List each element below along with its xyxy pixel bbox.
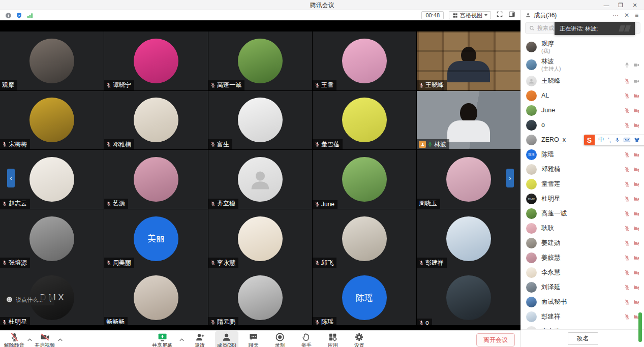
video-options-chevron-icon[interactable] <box>57 333 63 346</box>
layout-view-selector[interactable]: 宫格视图 <box>449 11 491 19</box>
scrollbar-thumb[interactable] <box>638 312 642 342</box>
sogou-logo-icon[interactable]: S <box>584 135 595 145</box>
member-row[interactable]: DMX杜明星 <box>521 192 644 206</box>
member-row[interactable]: 彭建祥 <box>521 309 644 324</box>
member-mic-on-icon[interactable] <box>624 62 630 68</box>
ime-voice-icon[interactable] <box>615 137 620 143</box>
prev-page-arrow[interactable]: ‹ <box>7 169 15 187</box>
member-camera-off-icon[interactable] <box>633 181 639 187</box>
toolbar-video-button[interactable]: 开启视频 <box>33 331 57 347</box>
member-mic-muted-icon[interactable] <box>624 93 630 99</box>
member-mic-muted-icon[interactable] <box>624 314 630 320</box>
member-camera-off-icon[interactable] <box>633 93 639 99</box>
member-mic-muted-icon[interactable] <box>624 240 630 246</box>
toolbar-settings-button[interactable]: 设置 <box>348 331 371 347</box>
video-tile[interactable]: 齐立稳 <box>208 150 312 209</box>
video-tile[interactable]: 赵志云 <box>0 150 104 209</box>
video-tile[interactable]: 王雪 <box>313 31 416 90</box>
member-camera-off-icon[interactable] <box>633 270 639 276</box>
video-tile[interactable]: o <box>417 268 520 325</box>
member-mic-muted-icon[interactable] <box>624 196 630 202</box>
emoji-icon[interactable] <box>6 296 13 305</box>
member-row[interactable]: 齐立稳 <box>521 324 644 329</box>
ime-skin-icon[interactable] <box>634 137 640 143</box>
meeting-info-icon[interactable] <box>5 12 12 19</box>
toolbar-hand-button[interactable]: 举手 <box>295 331 318 347</box>
member-row[interactable]: 姜姣慧 <box>521 250 644 265</box>
video-tile[interactable]: 邓雅楠 <box>104 91 208 150</box>
toolbar-members-button[interactable]: 成员(36) <box>215 331 238 347</box>
video-tile[interactable]: 陈瑶陈瑶 <box>313 268 416 325</box>
member-camera-off-icon[interactable] <box>633 255 639 261</box>
video-tile[interactable]: 隋元鹏 <box>208 268 312 325</box>
member-camera-off-icon[interactable] <box>633 211 639 217</box>
member-mic-muted-icon[interactable] <box>624 181 630 187</box>
video-tile[interactable]: 谭晓宁 <box>104 31 208 90</box>
panel-menu-icon[interactable]: ≡ <box>633 12 640 19</box>
member-camera-on-icon[interactable] <box>633 62 639 68</box>
member-camera-on-icon[interactable] <box>633 78 639 84</box>
member-row[interactable]: AL <box>521 88 644 103</box>
member-row[interactable]: 林波(主持人) <box>521 56 644 74</box>
mute-options-chevron-icon[interactable] <box>26 333 33 346</box>
video-tile[interactable]: 艺源 <box>104 150 208 209</box>
side-panel-toggle-icon[interactable] <box>508 11 515 20</box>
security-shield-icon[interactable] <box>16 12 22 19</box>
member-row[interactable]: 李永慧 <box>521 265 644 280</box>
member-row[interactable]: June <box>521 103 644 118</box>
member-mic-muted-icon[interactable] <box>624 167 630 172</box>
toolbar-chat-button[interactable]: 聊天 <box>242 331 265 347</box>
network-signal-icon[interactable] <box>26 12 34 19</box>
video-tile[interactable]: 宋梅梅 <box>0 91 104 150</box>
restore-button[interactable]: ❐ <box>614 0 628 10</box>
member-mic-muted-icon[interactable] <box>624 78 630 84</box>
video-tile[interactable]: 王晓峰 <box>417 31 520 90</box>
member-row[interactable]: 邓雅楠 <box>521 162 644 177</box>
video-tile[interactable]: 周晓玉 <box>417 150 520 209</box>
member-camera-off-icon[interactable] <box>633 108 639 114</box>
member-mic-muted-icon[interactable] <box>624 285 630 290</box>
member-mic-muted-icon[interactable] <box>624 255 630 261</box>
toolbar-mute-button[interactable]: 解除静音 <box>2 331 26 347</box>
member-camera-off-icon[interactable] <box>633 122 639 129</box>
fullscreen-icon[interactable] <box>496 11 503 20</box>
member-mic-muted-icon[interactable] <box>624 152 630 157</box>
member-row[interactable]: 童雪莲 <box>521 177 644 192</box>
ime-keyboard-icon[interactable] <box>624 137 630 143</box>
member-row[interactable]: 陈瑶陈瑶 <box>521 147 644 162</box>
rename-button[interactable]: 改名 <box>568 332 598 345</box>
ime-punctuation-icon[interactable]: ’, <box>608 137 611 144</box>
panel-close-icon[interactable]: ✕ <box>623 12 631 19</box>
member-row[interactable]: 观摩(我) <box>521 38 644 56</box>
video-tile[interactable]: 董雪莲 <box>313 91 416 150</box>
member-camera-off-icon[interactable] <box>633 285 639 291</box>
panel-more-icon[interactable]: ··· <box>611 12 620 19</box>
video-tile[interactable]: 观摩 <box>0 31 104 90</box>
member-camera-off-icon[interactable] <box>633 299 639 305</box>
member-camera-off-icon[interactable] <box>633 240 639 246</box>
video-tile[interactable]: 畅畅畅 <box>104 268 208 325</box>
toolbar-record-button[interactable]: 录制 <box>269 331 291 347</box>
video-tile[interactable]: 李永慧 <box>208 209 312 268</box>
member-camera-off-icon[interactable] <box>633 226 639 232</box>
video-tile[interactable]: 彭建祥 <box>417 209 520 268</box>
next-page-arrow[interactable]: › <box>506 169 514 187</box>
member-row[interactable]: 刘泽延 <box>521 280 644 295</box>
video-tile[interactable]: 美丽周美丽 <box>104 209 208 268</box>
member-row[interactable]: 高蓬一诚 <box>521 206 644 221</box>
member-row[interactable]: o <box>521 118 644 133</box>
member-mic-muted-icon[interactable] <box>624 108 630 113</box>
member-camera-off-icon[interactable] <box>633 196 639 202</box>
member-mic-muted-icon[interactable] <box>624 270 630 275</box>
member-row[interactable]: 面试秘书 <box>521 295 644 309</box>
ime-language-mode-icon[interactable]: 中 <box>598 136 604 144</box>
minimize-button[interactable]: — <box>599 0 614 10</box>
video-tile[interactable]: 林波 <box>417 91 520 150</box>
chat-input-placeholder[interactable]: 说点什么... <box>16 296 43 304</box>
member-mic-muted-icon[interactable] <box>624 122 630 128</box>
member-row[interactable]: 姜建勋 <box>521 236 644 250</box>
member-camera-off-icon[interactable] <box>633 167 639 173</box>
collapse-chat-icon[interactable]: ‹ <box>49 297 51 303</box>
member-row[interactable]: 耿耿 <box>521 221 644 236</box>
member-camera-off-icon[interactable] <box>633 152 639 158</box>
